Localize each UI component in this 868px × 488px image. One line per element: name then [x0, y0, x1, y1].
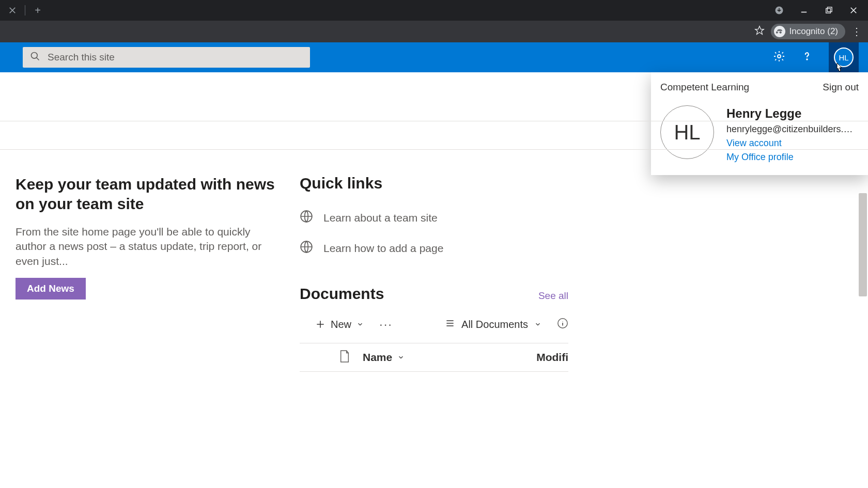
globe-icon: [300, 240, 313, 256]
documents-toolbar: New ··· All Documents: [300, 317, 568, 332]
svg-point-5: [807, 59, 808, 60]
browser-tab-strip: +: [0, 0, 868, 21]
info-icon[interactable]: [557, 318, 568, 332]
browser-toolbar: Incognito (2) ⋮: [0, 21, 868, 42]
svg-rect-1: [826, 9, 831, 13]
quick-link-item[interactable]: Learn how to add a page: [300, 240, 568, 256]
new-tab-button[interactable]: +: [27, 5, 48, 17]
svg-point-4: [778, 55, 781, 58]
search-input[interactable]: [48, 52, 303, 63]
more-actions-button[interactable]: ···: [379, 317, 393, 332]
quick-link-item[interactable]: Learn about a team site: [300, 210, 568, 226]
incognito-label: Incognito (2): [789, 26, 839, 37]
bookmark-star-icon[interactable]: [754, 25, 765, 38]
incognito-icon: [774, 26, 785, 37]
account-button[interactable]: HL: [829, 42, 859, 72]
file-icon: [339, 350, 350, 366]
close-tab-button[interactable]: [2, 0, 23, 21]
globe-icon: [300, 210, 313, 226]
org-name: Competent Learning: [660, 82, 749, 93]
news-section: Keep your team updated with news on your…: [16, 175, 279, 372]
maximize-button[interactable]: [823, 7, 835, 14]
search-icon: [30, 51, 40, 64]
search-box[interactable]: [23, 47, 310, 68]
news-title: Keep your team updated with news on your…: [16, 175, 279, 213]
svg-rect-2: [827, 7, 832, 12]
news-description: From the site home page you'll be able t…: [16, 225, 279, 269]
view-label: All Documents: [461, 319, 528, 330]
add-news-button[interactable]: Add News: [16, 278, 86, 300]
list-icon: [445, 318, 455, 331]
page-content: Keep your team updated with news on your…: [0, 121, 868, 372]
svg-point-3: [32, 53, 38, 59]
new-label: New: [331, 319, 351, 330]
sign-out-link[interactable]: Sign out: [823, 82, 859, 93]
view-selector[interactable]: All Documents: [445, 318, 541, 331]
suite-bar: HL: [0, 42, 868, 72]
incognito-badge[interactable]: Incognito (2): [771, 24, 846, 39]
quick-link-label: Learn how to add a page: [323, 242, 443, 255]
user-name: Henry Legge: [726, 106, 856, 121]
browser-menu-button[interactable]: ⋮: [851, 25, 862, 38]
settings-gear-icon[interactable]: [773, 50, 785, 65]
quick-link-label: Learn about a team site: [323, 212, 438, 224]
quick-links-title: Quick links: [300, 175, 568, 192]
tab-divider: [25, 5, 25, 15]
new-button[interactable]: New: [315, 319, 364, 330]
column-name[interactable]: Name: [363, 351, 405, 364]
documents-table-header: Name Modifi: [300, 343, 568, 372]
close-window-button[interactable]: [847, 7, 860, 14]
help-icon[interactable]: [801, 50, 813, 65]
documents-title: Documents: [300, 285, 384, 303]
vertical-scrollbar[interactable]: [859, 193, 867, 296]
profile-circle-icon[interactable]: [773, 5, 785, 15]
minimize-button[interactable]: [798, 7, 810, 14]
see-all-link[interactable]: See all: [538, 290, 568, 302]
column-modified[interactable]: Modifi: [536, 351, 568, 364]
avatar-small: HL: [834, 48, 854, 67]
